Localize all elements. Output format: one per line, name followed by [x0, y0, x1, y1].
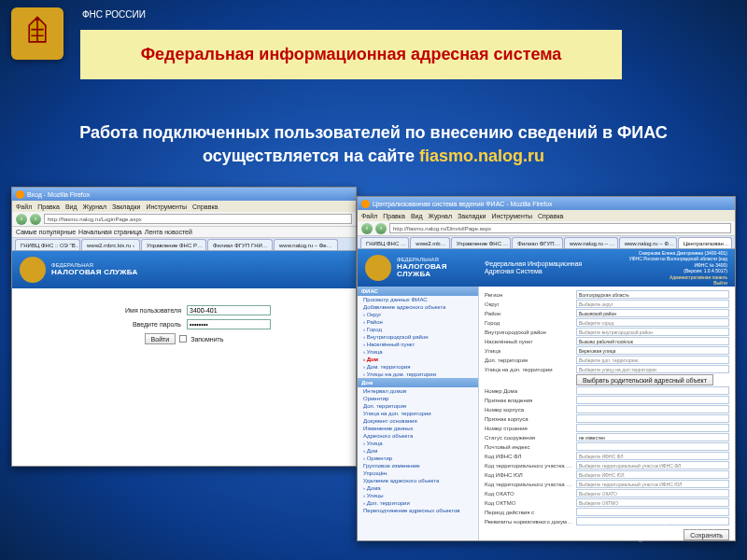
sidebar-item-active[interactable]: › Дом: [358, 356, 478, 363]
field-input[interactable]: Береговая улица: [576, 346, 729, 355]
sidebar-item[interactable]: › Доп. территории: [358, 499, 478, 507]
url-bar[interactable]: http://fiasmo.nalog.ru/DinvivilPage.aspx: [389, 223, 731, 233]
field-input[interactable]: Выберите доп. территорию: [576, 356, 729, 364]
field-input[interactable]: [576, 508, 729, 516]
field-input[interactable]: Выберите территориальный участок ИФНС ЮЛ: [576, 480, 729, 488]
menu-file[interactable]: Файл: [16, 203, 32, 210]
menu-tools[interactable]: Инструменты: [491, 213, 532, 219]
tab-item[interactable]: www2.mb…: [410, 237, 449, 248]
tab-item[interactable]: Филиал ФГУП…: [512, 237, 563, 248]
field-input[interactable]: [576, 414, 729, 423]
sidebar-item[interactable]: Документ основания: [358, 417, 478, 425]
sidebar-item[interactable]: › Населённый пункт: [358, 341, 478, 348]
field-input[interactable]: Выберите ОКТМО: [576, 498, 729, 507]
sidebar-item[interactable]: Доп. территория: [358, 402, 478, 410]
sidebar-item[interactable]: › Район: [358, 318, 478, 326]
tab-item-active[interactable]: Централизован…: [678, 237, 732, 248]
field-input[interactable]: Быково рабочий посёлок: [576, 337, 729, 345]
password-input[interactable]: [187, 319, 271, 329]
sidebar-item[interactable]: › Дом: [358, 447, 478, 455]
sidebar-item[interactable]: › Дом. территория: [358, 363, 478, 371]
tab-item[interactable]: www.nalog.ru – Фе…: [274, 239, 338, 250]
logout-link[interactable]: Выйти: [619, 280, 727, 287]
url-bar[interactable]: http://fiasmo.nalog.ru/LoginPage.aspx: [44, 214, 352, 224]
field-input[interactable]: Выберите внутригородской район: [576, 328, 729, 336]
field-input[interactable]: [576, 386, 729, 395]
login-button[interactable]: Войти: [145, 333, 176, 344]
field-input[interactable]: Выберите территориальный участок ИФНС ФЛ: [576, 461, 729, 469]
sidebar-item[interactable]: Изменение данных: [358, 425, 478, 432]
tab-item[interactable]: ГНИВЦ ФНС :: ОЭ "В…: [15, 239, 80, 250]
menu-history[interactable]: Журнал: [83, 203, 107, 210]
menubar[interactable]: Файл Правка Вид Журнал Закладки Инструме…: [12, 201, 356, 212]
field-input[interactable]: [576, 405, 729, 413]
back-button[interactable]: ‹: [361, 223, 373, 234]
menu-help[interactable]: Справка: [192, 203, 218, 210]
sidebar-item[interactable]: › Округ: [358, 311, 478, 318]
tab-item[interactable]: www2.mbrc.kis.ru ›: [81, 239, 140, 250]
sidebar-item[interactable]: Упрощён.: [358, 469, 478, 477]
sidebar-item[interactable]: Интервал домов: [358, 387, 478, 395]
sidebar-item[interactable]: Удаление адресного объекта: [358, 477, 478, 484]
field-input[interactable]: Выберите ОКАТО: [576, 489, 729, 497]
tab-item[interactable]: Управление ФНС …: [451, 237, 512, 248]
sidebar-item[interactable]: › Улица: [358, 440, 478, 447]
field-input[interactable]: [576, 424, 729, 432]
field-input[interactable]: Выберите округ: [576, 300, 729, 308]
tab-item[interactable]: ГНИВЦ ФНС …: [360, 237, 409, 248]
sidebar-item[interactable]: › Улицы на дом. территории: [358, 371, 478, 378]
bookmark-home[interactable]: Начальная страница: [78, 229, 142, 235]
forward-button[interactable]: ›: [375, 223, 387, 234]
window-titlebar[interactable]: Централизованная система ведения ФИАС - …: [358, 197, 735, 210]
sidebar-item[interactable]: Групповое изменение: [358, 462, 478, 469]
select-parent-button[interactable]: Выбрать родительский адресный объект: [576, 374, 713, 385]
forward-button[interactable]: ›: [30, 214, 41, 225]
bookmark-popular[interactable]: Самые популярные: [16, 229, 76, 235]
sidebar-item[interactable]: › Внутригородской район: [358, 333, 478, 341]
menu-view[interactable]: Вид: [65, 203, 78, 210]
menu-edit[interactable]: Правка: [37, 203, 60, 210]
menu-bookmarks[interactable]: Закладки: [458, 213, 486, 219]
menu-edit[interactable]: Правка: [383, 213, 405, 219]
sidebar-item[interactable]: Переподчинение адресных объектов: [358, 507, 478, 514]
field-input[interactable]: Выберите улицу на доп.территории: [576, 365, 729, 373]
nav-toolbar: ‹ › http://fiasmo.nalog.ru/DinvivilPage.…: [358, 221, 735, 236]
field-input[interactable]: Быковский район: [576, 309, 729, 317]
tab-item[interactable]: Филиал ФГУП ГНИ…: [207, 239, 273, 250]
sidebar-item[interactable]: Ориентир: [358, 395, 478, 402]
field-input[interactable]: не известен: [576, 433, 729, 441]
menu-help[interactable]: Справка: [538, 213, 563, 219]
sidebar-item[interactable]: › Дома: [358, 484, 478, 492]
sidebar-item[interactable]: › Город: [358, 326, 478, 333]
sidebar-item[interactable]: › Улицы: [358, 492, 478, 499]
tab-item[interactable]: www.nalog.ru – …: [564, 237, 618, 248]
sidebar-item[interactable]: › Улица: [358, 348, 478, 356]
sidebar-item[interactable]: Улица на доп. территории: [358, 410, 478, 417]
sidebar-item[interactable]: › Ориентир: [358, 455, 478, 462]
field-input[interactable]: [576, 396, 729, 404]
menu-view[interactable]: Вид: [411, 213, 423, 219]
field-input[interactable]: Выберите город: [576, 318, 729, 327]
tab-item[interactable]: www.nalog.ru – Ф…: [619, 237, 677, 248]
username-input[interactable]: [187, 305, 271, 315]
field-label: Внутригородской район: [485, 329, 573, 335]
form-row: РайонБыковский район: [485, 309, 729, 317]
menu-tools[interactable]: Инструменты: [146, 203, 187, 210]
menu-bookmarks[interactable]: Закладки: [112, 203, 140, 210]
window-titlebar[interactable]: Вход - Mozilla Firefox: [12, 188, 356, 201]
menu-history[interactable]: Журнал: [429, 213, 453, 219]
menu-file[interactable]: Файл: [361, 213, 377, 219]
sidebar-item[interactable]: Добавление адресного объекта: [358, 303, 478, 311]
form-row: ГородВыберите город: [485, 318, 729, 327]
menubar[interactable]: Файл Правка Вид Журнал Закладки Инструме…: [358, 210, 735, 221]
tab-item[interactable]: Управление ФНС Р…: [141, 239, 206, 250]
field-input[interactable]: Выберите ИФНС ФЛ: [576, 452, 729, 460]
bookmark-news[interactable]: Лента новостей: [145, 229, 192, 235]
field-input[interactable]: [576, 442, 729, 451]
field-input[interactable]: Волгоградская область: [576, 290, 729, 299]
sidebar-item[interactable]: Адресного объекта: [358, 432, 478, 440]
back-button[interactable]: ‹: [16, 214, 27, 225]
field-input[interactable]: Выберите ИФНС ЮЛ: [576, 470, 729, 479]
remember-checkbox[interactable]: [179, 335, 187, 343]
sidebar-item[interactable]: Просмотр данных ФИАС: [358, 296, 478, 303]
